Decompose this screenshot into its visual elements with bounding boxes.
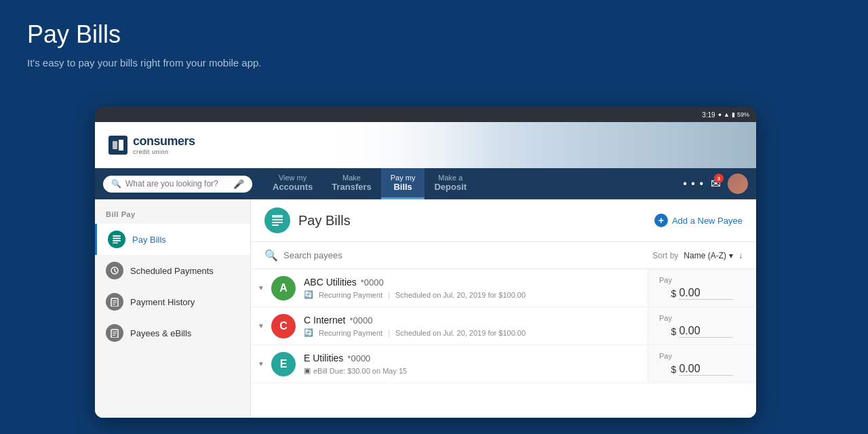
svg-rect-12	[113, 304, 115, 304]
content-title-icon	[264, 208, 290, 233]
svg-rect-20	[272, 224, 279, 226]
signal-icon: ●	[718, 111, 722, 118]
payee-ebill-text-eutilities: eBill Due: $30.00 on May 15	[313, 367, 407, 375]
status-icons: ● ▲ ▮ 59%	[718, 111, 749, 118]
add-payee-label: Add a New Payee	[672, 216, 743, 226]
search-box[interactable]: 🔍 🎤	[103, 176, 252, 193]
notification-button[interactable]: ✉ 3	[711, 176, 721, 191]
notification-badge: 3	[714, 174, 724, 183]
pay-amount-row-abc: $	[671, 287, 734, 300]
svg-rect-19	[272, 222, 283, 223]
battery-percent: 59%	[737, 111, 749, 118]
wifi-icon: ▲	[724, 111, 730, 118]
pay-dollar-cinternet: $	[671, 326, 677, 337]
svg-rect-11	[113, 302, 117, 303]
status-time: 3:19	[702, 111, 715, 119]
user-avatar[interactable]	[728, 174, 748, 194]
svg-rect-1	[119, 140, 123, 151]
mic-icon[interactable]: 🎤	[233, 179, 244, 189]
pay-amount-row-cinternet: $	[671, 325, 734, 338]
svg-rect-4	[113, 240, 121, 241]
nav-deposit-bottom: Deposit	[434, 182, 467, 192]
pay-label-cinternet: Pay	[659, 314, 672, 322]
payee-meta-cinternet: 🔄 Recurring Payment | Scheduled on Jul. …	[304, 328, 648, 337]
sidebar-history-label: Payment History	[130, 297, 195, 307]
payee-avatar-cinternet: C	[271, 314, 296, 338]
expand-row-cinternet[interactable]: ▼	[251, 307, 271, 344]
nav-accounts-top: View my	[279, 174, 307, 182]
logo-sub: credit union	[133, 149, 195, 155]
nav-transfers-top: Make	[342, 174, 361, 182]
nav-item-deposit[interactable]: Make a Deposit	[425, 168, 476, 199]
sort-area: Sort by Name (A-Z) ▾ ↓	[652, 251, 743, 260]
scheduled-icon	[106, 262, 123, 279]
svg-rect-10	[113, 300, 117, 301]
payee-name-eutilities: E Utilities	[304, 353, 343, 363]
sidebar-item-history[interactable]: Payment History	[95, 286, 250, 317]
payee-name-abc: ABC Utilities	[304, 277, 357, 288]
nav-item-transfers[interactable]: Make Transfers	[322, 168, 381, 199]
content-title-area: Pay Bills	[264, 208, 351, 233]
svg-rect-5	[113, 243, 118, 244]
payee-search-input[interactable]	[283, 250, 419, 260]
nav-bills-top: Pay my	[391, 174, 416, 182]
nav-item-bills[interactable]: Pay my Bills	[381, 168, 425, 199]
logo-name: consumers	[133, 135, 195, 149]
payee-scheduled-text-abc: Scheduled on Jul. 20, 2019 for $100.00	[395, 291, 526, 299]
pay-amount-input-cinternet[interactable]	[679, 325, 733, 338]
payee-account-cinternet: *0000	[349, 315, 372, 326]
svg-rect-14	[113, 332, 117, 332]
search-icon: 🔍	[111, 179, 121, 189]
ebill-icon-eutilities: ▣	[304, 366, 311, 375]
sidebar-item-pay-bills[interactable]: Pay Bills	[95, 224, 250, 255]
page-title: Pay Bills	[27, 20, 841, 49]
payee-name-line-cinternet: C Internet *0000	[304, 315, 648, 326]
pay-amount-input-eutilities[interactable]	[679, 363, 733, 376]
pay-dollar-abc: $	[671, 288, 677, 299]
content-title-text: Pay Bills	[298, 213, 351, 229]
nav-transfers-bottom: Transfers	[332, 182, 372, 192]
payee-avatar-abc: A	[271, 276, 296, 300]
nav-item-accounts[interactable]: View my Accounts	[263, 168, 322, 199]
history-icon	[106, 293, 123, 311]
svg-line-8	[115, 271, 117, 273]
page-subtitle: It's easy to pay your bills right from y…	[27, 57, 841, 68]
add-payee-icon: +	[654, 214, 668, 227]
nav-bills-bottom: Bills	[393, 182, 412, 192]
svg-rect-2	[113, 235, 121, 237]
sidebar-section-title: Bill Pay	[95, 210, 250, 224]
nav-right: • • • ✉ 3	[683, 174, 748, 194]
pay-label-eutilities: Pay	[659, 352, 672, 360]
app-container: consumers credit union 🔍 🎤 View my Accou…	[95, 122, 756, 418]
nav-more-dots[interactable]: • • •	[683, 178, 704, 190]
device-frame: 3:19 ● ▲ ▮ 59%	[95, 107, 756, 418]
sidebar-item-payees[interactable]: Payees & eBills	[95, 317, 250, 349]
sort-value-text: Name (A-Z)	[684, 251, 726, 260]
meta-divider-abc: |	[388, 291, 390, 299]
svg-rect-18	[272, 219, 283, 220]
sidebar-item-scheduled[interactable]: Scheduled Payments	[95, 255, 250, 286]
pay-label-abc: Pay	[659, 276, 672, 284]
expand-row-eutilities[interactable]: ▼	[251, 345, 271, 382]
sort-value-dropdown[interactable]: Name (A-Z) ▾	[684, 251, 733, 260]
main-content: Bill Pay Pay Bills	[95, 199, 756, 418]
payee-meta-abc: 🔄 Recurring Payment | Scheduled on Jul. …	[304, 290, 648, 299]
pay-dollar-eutilities: $	[671, 364, 677, 375]
meta-divider-cinternet: |	[388, 329, 390, 337]
payee-account-abc: *0000	[361, 277, 384, 288]
svg-rect-0	[113, 141, 117, 149]
expand-row-abc[interactable]: ▼	[251, 269, 271, 307]
pay-bills-icon	[108, 231, 125, 248]
sort-direction-icon[interactable]: ↓	[738, 251, 743, 260]
payees-icon	[106, 324, 123, 342]
payee-search-area[interactable]: 🔍	[264, 249, 419, 262]
payee-search-icon: 🔍	[264, 249, 278, 262]
svg-rect-16	[113, 335, 115, 336]
sidebar: Bill Pay Pay Bills	[95, 199, 251, 418]
recurring-icon-abc: 🔄	[304, 290, 313, 299]
pay-amount-input-abc[interactable]	[679, 287, 733, 300]
nav-search-input[interactable]	[125, 179, 227, 189]
add-payee-button[interactable]: + Add a New Payee	[654, 214, 743, 227]
nav-accounts-bottom: Accounts	[273, 182, 313, 192]
battery-icon: ▮	[732, 111, 735, 118]
